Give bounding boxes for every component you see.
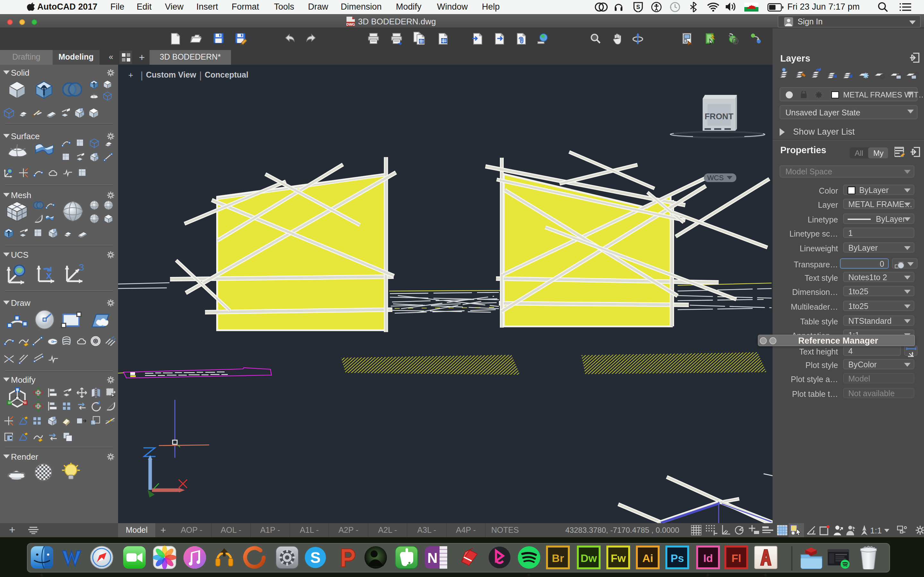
svg-text:x: x bbox=[46, 269, 52, 281]
svg-text:Custom View: Custom View bbox=[146, 70, 196, 79]
svg-text:FRONT: FRONT bbox=[704, 111, 733, 121]
svg-text:3: 3 bbox=[79, 262, 84, 272]
svg-text:+: + bbox=[128, 70, 133, 80]
svg-text:S: S bbox=[636, 4, 640, 10]
svg-text:Id: Id bbox=[703, 552, 713, 564]
svg-text:N: N bbox=[427, 550, 438, 566]
svg-text:DWG: DWG bbox=[347, 23, 355, 26]
svg-text:Conceptual: Conceptual bbox=[205, 70, 248, 79]
svg-text:Fw: Fw bbox=[611, 552, 626, 564]
svg-text:|: | bbox=[199, 70, 202, 81]
svg-text:Fl: Fl bbox=[732, 552, 741, 564]
svg-text:S: S bbox=[310, 549, 320, 566]
svg-text:Br: Br bbox=[552, 552, 564, 564]
svg-text:Ai: Ai bbox=[642, 552, 653, 564]
svg-text:WCS: WCS bbox=[707, 174, 724, 182]
svg-text:Dw: Dw bbox=[581, 552, 598, 564]
svg-text:|: | bbox=[141, 70, 143, 81]
svg-text:Ps: Ps bbox=[670, 552, 684, 564]
